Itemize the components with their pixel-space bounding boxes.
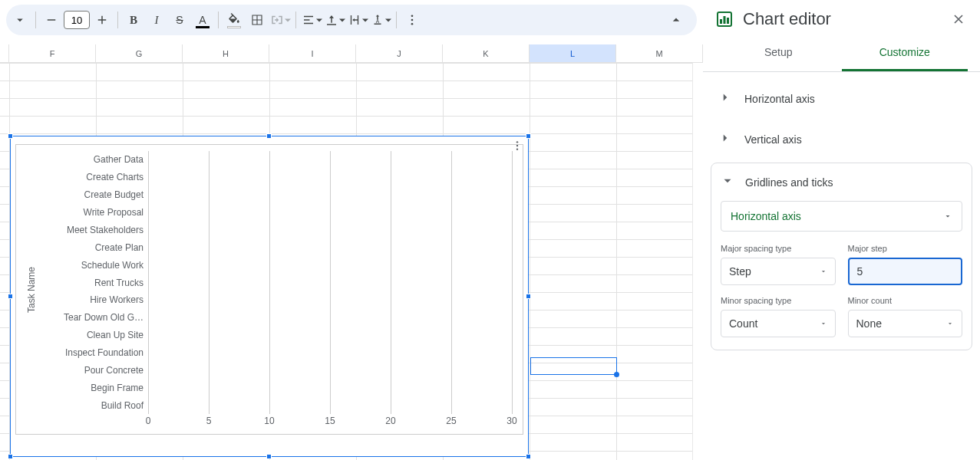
text-wrap-button[interactable] [347, 9, 368, 31]
text-color-button[interactable]: A [192, 9, 213, 31]
major-spacing-type-select[interactable]: Step [721, 258, 836, 285]
horizontal-align-button[interactable] [301, 9, 322, 31]
section-horizontal-axis[interactable]: Horizontal axis [703, 78, 980, 119]
dropdown-icon [820, 320, 827, 327]
sidebar-title: Chart editor [743, 9, 940, 29]
toolbar: B I S A A [6, 5, 697, 35]
svg-text:A: A [375, 18, 379, 24]
increase-font-size-button[interactable] [91, 9, 113, 31]
column-header[interactable]: L [530, 44, 616, 62]
resize-handle[interactable] [8, 454, 13, 459]
zoom-dropdown[interactable] [9, 9, 31, 31]
svg-point-2 [411, 19, 414, 21]
minor-spacing-type-select[interactable]: Count [721, 310, 836, 337]
dropdown-icon [943, 212, 952, 221]
y-category-label: Gather Data [47, 154, 144, 165]
x-tick-label: 15 [325, 416, 335, 426]
chart-editor-panel: Chart editor Setup Customize Horizontal … [703, 0, 980, 460]
embedded-chart[interactable]: Task Name Gather DataCreate ChartsCreate… [10, 136, 529, 457]
bold-button[interactable]: B [123, 9, 144, 31]
tab-setup[interactable]: Setup [715, 35, 842, 71]
strikethrough-button[interactable]: S [169, 9, 190, 31]
x-tick-label: 5 [206, 416, 212, 426]
dropdown-icon [946, 320, 954, 327]
y-axis-title: Task Name [26, 266, 37, 312]
chevron-right-icon [718, 90, 732, 107]
column-header[interactable]: H [183, 44, 269, 62]
resize-handle[interactable] [266, 454, 272, 459]
svg-rect-9 [724, 16, 726, 24]
spreadsheet-grid[interactable]: FGHIJKLM Task Name Gath [0, 44, 703, 460]
y-category-label: Create Charts [47, 172, 144, 182]
chevron-right-icon [718, 131, 732, 147]
y-category-label: Pour Concrete [47, 365, 144, 376]
y-category-label: Write Proposal [47, 207, 144, 218]
minor-count-select[interactable]: None [848, 310, 963, 337]
resize-handle[interactable] [8, 294, 13, 299]
tab-customize[interactable]: Customize [842, 35, 968, 71]
merge-cells-button[interactable] [269, 9, 291, 31]
resize-handle[interactable] [526, 294, 531, 299]
minor-count-label: Minor count [848, 296, 963, 305]
svg-rect-8 [720, 19, 722, 24]
y-category-label: Hire Workers [47, 294, 144, 305]
x-tick-label: 20 [385, 416, 395, 426]
text-rotation-button[interactable]: A [370, 9, 391, 31]
y-category-label: Meet Stakeholders [47, 225, 144, 235]
y-category-label: Schedule Work [47, 260, 144, 271]
x-tick-label: 30 [506, 416, 516, 426]
column-header[interactable]: G [96, 44, 183, 62]
vertical-scrollbar[interactable] [692, 63, 703, 460]
column-header[interactable]: J [356, 44, 443, 62]
section-gridlines: Gridlines and ticks Horizontal axis Majo… [711, 163, 972, 350]
svg-point-4 [516, 141, 518, 143]
resize-handle[interactable] [526, 454, 531, 459]
x-tick-label: 10 [264, 416, 274, 426]
close-sidebar-button[interactable] [949, 10, 968, 28]
y-category-label: Clean Up Site [47, 330, 144, 340]
x-tick-label: 0 [146, 416, 151, 426]
fill-color-button[interactable] [223, 9, 245, 31]
column-header[interactable]: F [9, 44, 96, 62]
y-category-label: Build Roof [47, 400, 144, 411]
y-category-label: Begin Frame [47, 383, 144, 393]
selected-cell[interactable] [530, 357, 617, 375]
major-step-input[interactable] [848, 258, 963, 285]
resize-handle[interactable] [266, 133, 272, 139]
y-category-label: Inspect Foundation [47, 347, 144, 358]
chevron-down-icon [721, 174, 734, 190]
collapse-toolbar-button[interactable] [665, 8, 688, 31]
y-category-label: Create Plan [47, 242, 144, 253]
decrease-font-size-button[interactable] [41, 9, 62, 31]
svg-point-1 [411, 15, 414, 17]
section-vertical-axis[interactable]: Vertical axis [703, 119, 980, 159]
more-toolbar-button[interactable] [401, 9, 423, 31]
column-header[interactable]: M [616, 44, 703, 62]
borders-button[interactable] [246, 9, 268, 31]
y-category-label: Tear Down Old G… [47, 312, 144, 323]
x-tick-label: 25 [446, 416, 456, 426]
svg-point-3 [411, 23, 414, 25]
svg-rect-10 [727, 18, 729, 24]
resize-handle[interactable] [526, 133, 531, 139]
section-gridlines-toggle[interactable]: Gridlines and ticks [711, 163, 972, 201]
font-size-input[interactable] [64, 11, 90, 29]
italic-button[interactable]: I [146, 9, 167, 31]
y-category-label: Rent Trucks [47, 278, 144, 288]
chart-editor-icon [715, 10, 734, 28]
dropdown-icon [820, 268, 827, 275]
major-step-label: Major step [848, 244, 963, 253]
column-header[interactable]: I [269, 44, 356, 62]
vertical-align-button[interactable] [324, 9, 345, 31]
y-category-label: Create Budget [47, 189, 144, 200]
major-spacing-type-label: Major spacing type [721, 244, 836, 253]
column-header[interactable]: K [443, 44, 530, 62]
minor-spacing-type-label: Minor spacing type [721, 296, 836, 305]
resize-handle[interactable] [8, 133, 13, 139]
gridlines-axis-select[interactable]: Horizontal axis [721, 201, 962, 232]
